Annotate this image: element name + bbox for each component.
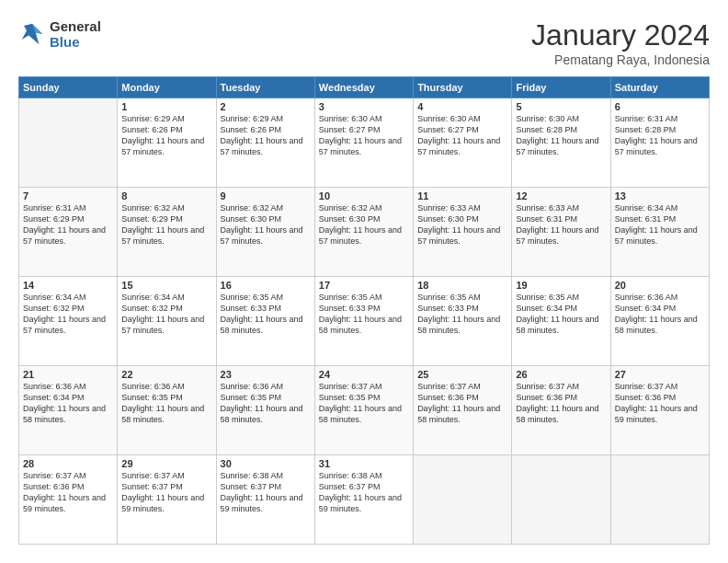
calendar-cell: 29Sunrise: 6:37 AMSunset: 6:37 PMDayligh… <box>118 455 216 545</box>
calendar-cell: 12Sunrise: 6:33 AMSunset: 6:31 PMDayligh… <box>512 188 610 277</box>
day-number: 20 <box>615 280 705 291</box>
day-number: 13 <box>615 190 705 201</box>
day-number: 27 <box>615 369 705 380</box>
subtitle: Pematang Raya, Indonesia <box>531 52 710 67</box>
calendar-cell: 2Sunrise: 6:29 AMSunset: 6:26 PMDaylight… <box>216 98 314 188</box>
calendar-week-5: 28Sunrise: 6:37 AMSunset: 6:36 PMDayligh… <box>19 455 710 545</box>
calendar-cell: 10Sunrise: 6:32 AMSunset: 6:30 PMDayligh… <box>314 188 413 277</box>
calendar-cell <box>414 455 512 545</box>
col-header-sunday: Sunday <box>19 77 118 98</box>
logo-icon <box>18 20 46 48</box>
day-number: 7 <box>23 190 113 201</box>
day-number: 18 <box>417 280 507 291</box>
day-number: 11 <box>417 190 507 201</box>
col-header-monday: Monday <box>118 77 216 98</box>
day-info: Sunrise: 6:37 AMSunset: 6:35 PMDaylight:… <box>319 381 409 426</box>
page: General Blue January 2024 Pematang Raya,… <box>0 0 728 563</box>
calendar-cell <box>610 455 709 545</box>
calendar-week-4: 21Sunrise: 6:36 AMSunset: 6:34 PMDayligh… <box>19 366 710 455</box>
calendar-cell: 24Sunrise: 6:37 AMSunset: 6:35 PMDayligh… <box>314 366 413 455</box>
calendar-cell: 27Sunrise: 6:37 AMSunset: 6:36 PMDayligh… <box>610 366 709 455</box>
day-info: Sunrise: 6:33 AMSunset: 6:30 PMDaylight:… <box>417 202 507 247</box>
day-number: 21 <box>23 369 113 380</box>
day-info: Sunrise: 6:35 AMSunset: 6:34 PMDaylight:… <box>516 292 606 337</box>
calendar-cell <box>512 455 610 545</box>
svg-marker-0 <box>22 24 43 45</box>
day-info: Sunrise: 6:31 AMSunset: 6:28 PMDaylight:… <box>615 113 705 158</box>
col-header-thursday: Thursday <box>414 77 512 98</box>
calendar-cell: 22Sunrise: 6:36 AMSunset: 6:35 PMDayligh… <box>118 366 216 455</box>
day-number: 10 <box>319 190 409 201</box>
col-header-friday: Friday <box>512 77 610 98</box>
calendar-cell: 7Sunrise: 6:31 AMSunset: 6:29 PMDaylight… <box>19 188 118 277</box>
calendar-cell: 31Sunrise: 6:38 AMSunset: 6:37 PMDayligh… <box>314 455 413 545</box>
calendar-cell: 19Sunrise: 6:35 AMSunset: 6:34 PMDayligh… <box>512 277 610 366</box>
day-info: Sunrise: 6:37 AMSunset: 6:36 PMDaylight:… <box>516 381 606 426</box>
day-number: 30 <box>221 458 311 469</box>
calendar-cell <box>19 98 118 188</box>
day-info: Sunrise: 6:37 AMSunset: 6:36 PMDaylight:… <box>417 381 507 426</box>
day-number: 26 <box>516 369 606 380</box>
day-info: Sunrise: 6:31 AMSunset: 6:29 PMDaylight:… <box>23 202 113 247</box>
title-section: January 2024 Pematang Raya, Indonesia <box>531 18 710 67</box>
calendar-cell: 25Sunrise: 6:37 AMSunset: 6:36 PMDayligh… <box>414 366 512 455</box>
day-number: 15 <box>121 280 211 291</box>
calendar-cell: 16Sunrise: 6:35 AMSunset: 6:33 PMDayligh… <box>216 277 314 366</box>
calendar-cell: 15Sunrise: 6:34 AMSunset: 6:32 PMDayligh… <box>118 277 216 366</box>
day-number: 29 <box>121 458 211 469</box>
calendar-cell: 13Sunrise: 6:34 AMSunset: 6:31 PMDayligh… <box>610 188 709 277</box>
calendar-cell: 11Sunrise: 6:33 AMSunset: 6:30 PMDayligh… <box>414 188 512 277</box>
day-number: 25 <box>417 369 507 380</box>
day-number: 4 <box>417 101 507 112</box>
day-number: 24 <box>319 369 409 380</box>
calendar-header-row: SundayMondayTuesdayWednesdayThursdayFrid… <box>19 77 710 98</box>
day-number: 28 <box>23 458 113 469</box>
day-info: Sunrise: 6:32 AMSunset: 6:30 PMDaylight:… <box>319 202 409 247</box>
day-info: Sunrise: 6:38 AMSunset: 6:37 PMDaylight:… <box>221 470 311 515</box>
calendar-cell: 8Sunrise: 6:32 AMSunset: 6:29 PMDaylight… <box>118 188 216 277</box>
day-info: Sunrise: 6:30 AMSunset: 6:27 PMDaylight:… <box>319 113 409 158</box>
calendar-week-2: 7Sunrise: 6:31 AMSunset: 6:29 PMDaylight… <box>19 188 710 277</box>
day-info: Sunrise: 6:30 AMSunset: 6:28 PMDaylight:… <box>516 113 606 158</box>
calendar-cell: 1Sunrise: 6:29 AMSunset: 6:26 PMDaylight… <box>118 98 216 188</box>
main-title: January 2024 <box>531 18 710 52</box>
day-info: Sunrise: 6:36 AMSunset: 6:35 PMDaylight:… <box>221 381 311 426</box>
day-number: 16 <box>221 280 311 291</box>
calendar-week-1: 1Sunrise: 6:29 AMSunset: 6:26 PMDaylight… <box>19 98 710 188</box>
logo-text: General Blue <box>50 18 101 50</box>
day-number: 17 <box>319 280 409 291</box>
day-number: 12 <box>516 190 606 201</box>
calendar-cell: 17Sunrise: 6:35 AMSunset: 6:33 PMDayligh… <box>314 277 413 366</box>
col-header-saturday: Saturday <box>610 77 709 98</box>
calendar-cell: 18Sunrise: 6:35 AMSunset: 6:33 PMDayligh… <box>414 277 512 366</box>
day-info: Sunrise: 6:36 AMSunset: 6:34 PMDaylight:… <box>23 381 113 426</box>
calendar-cell: 9Sunrise: 6:32 AMSunset: 6:30 PMDaylight… <box>216 188 314 277</box>
day-info: Sunrise: 6:35 AMSunset: 6:33 PMDaylight:… <box>221 292 311 337</box>
calendar-cell: 30Sunrise: 6:38 AMSunset: 6:37 PMDayligh… <box>216 455 314 545</box>
day-info: Sunrise: 6:38 AMSunset: 6:37 PMDaylight:… <box>319 470 409 515</box>
day-info: Sunrise: 6:34 AMSunset: 6:32 PMDaylight:… <box>23 292 113 337</box>
day-number: 22 <box>121 369 211 380</box>
col-header-wednesday: Wednesday <box>314 77 413 98</box>
day-info: Sunrise: 6:29 AMSunset: 6:26 PMDaylight:… <box>121 113 211 158</box>
day-info: Sunrise: 6:37 AMSunset: 6:37 PMDaylight:… <box>121 470 211 515</box>
calendar-table: SundayMondayTuesdayWednesdayThursdayFrid… <box>18 76 710 545</box>
day-number: 3 <box>319 101 409 112</box>
day-number: 9 <box>221 190 311 201</box>
day-info: Sunrise: 6:34 AMSunset: 6:32 PMDaylight:… <box>121 292 211 337</box>
day-info: Sunrise: 6:35 AMSunset: 6:33 PMDaylight:… <box>319 292 409 337</box>
day-number: 14 <box>23 280 113 291</box>
calendar-cell: 5Sunrise: 6:30 AMSunset: 6:28 PMDaylight… <box>512 98 610 188</box>
day-info: Sunrise: 6:34 AMSunset: 6:31 PMDaylight:… <box>615 202 705 247</box>
day-info: Sunrise: 6:33 AMSunset: 6:31 PMDaylight:… <box>516 202 606 247</box>
day-number: 23 <box>221 369 311 380</box>
calendar-cell: 28Sunrise: 6:37 AMSunset: 6:36 PMDayligh… <box>19 455 118 545</box>
calendar-cell: 6Sunrise: 6:31 AMSunset: 6:28 PMDaylight… <box>610 98 709 188</box>
calendar-cell: 20Sunrise: 6:36 AMSunset: 6:34 PMDayligh… <box>610 277 709 366</box>
calendar-cell: 23Sunrise: 6:36 AMSunset: 6:35 PMDayligh… <box>216 366 314 455</box>
day-info: Sunrise: 6:37 AMSunset: 6:36 PMDaylight:… <box>615 381 705 426</box>
day-number: 5 <box>516 101 606 112</box>
day-number: 1 <box>121 101 211 112</box>
calendar-cell: 4Sunrise: 6:30 AMSunset: 6:27 PMDaylight… <box>414 98 512 188</box>
day-number: 31 <box>319 458 409 469</box>
